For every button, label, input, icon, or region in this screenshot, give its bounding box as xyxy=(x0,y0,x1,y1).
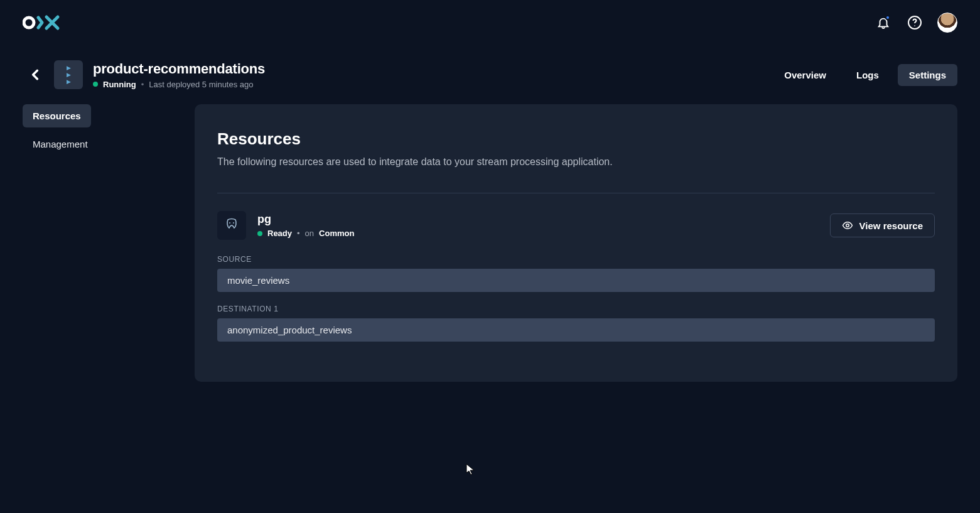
resource-env: Common xyxy=(319,229,354,238)
sidebar-item-management[interactable]: Management xyxy=(23,132,98,156)
view-resource-label: View resource xyxy=(859,220,923,231)
svg-point-3 xyxy=(229,222,230,224)
app-status: Running xyxy=(103,80,136,89)
sidebar-item-resources[interactable]: Resources xyxy=(23,104,91,127)
divider xyxy=(217,193,935,193)
tab-logs[interactable]: Logs xyxy=(845,64,890,86)
sidebar: Resources Management xyxy=(23,104,180,156)
user-avatar[interactable] xyxy=(937,13,957,33)
arrow-icon: ▶ xyxy=(67,72,71,78)
resource-status: Ready xyxy=(267,229,292,238)
resource-on-prefix: on xyxy=(305,229,314,238)
cursor-icon xyxy=(466,463,476,476)
separator: • xyxy=(297,229,300,238)
body: Resources Management Resources The follo… xyxy=(0,97,980,382)
app-icon: ▶ ▶ ▶ xyxy=(54,60,83,89)
source-input[interactable] xyxy=(217,269,935,292)
help-button[interactable] xyxy=(906,14,923,31)
app-subline: Running • Last deployed 5 minutes ago xyxy=(93,80,265,89)
topbar-actions xyxy=(875,13,957,33)
svg-point-4 xyxy=(233,222,234,224)
app-title-block: product-recommendations Running • Last d… xyxy=(93,61,265,89)
svg-point-0 xyxy=(24,18,34,28)
tab-overview[interactable]: Overview xyxy=(773,64,837,86)
resource-meta: pg Ready • on Common xyxy=(257,213,354,238)
destination-input[interactable] xyxy=(217,318,935,342)
header-tabs: Overview Logs Settings xyxy=(773,64,957,86)
back-button[interactable] xyxy=(23,60,48,89)
resource-subline: Ready • on Common xyxy=(257,229,354,238)
page-title: product-recommendations xyxy=(93,61,265,77)
resource-left: pg Ready • on Common xyxy=(217,211,354,240)
separator: • xyxy=(141,80,144,89)
destination-label: DESTINATION 1 xyxy=(217,305,935,313)
page-header: ▶ ▶ ▶ product-recommendations Running • … xyxy=(0,45,980,97)
deployed-text: Last deployed 5 minutes ago xyxy=(149,80,253,89)
tab-settings[interactable]: Settings xyxy=(898,64,957,86)
status-dot-icon xyxy=(93,82,98,87)
eye-icon xyxy=(842,220,853,231)
resources-panel: Resources The following resources are us… xyxy=(195,104,957,382)
top-bar xyxy=(0,0,980,45)
postgres-icon xyxy=(217,211,246,240)
source-label: SOURCE xyxy=(217,255,935,264)
notifications-button[interactable] xyxy=(875,14,892,31)
svg-point-2 xyxy=(914,25,915,26)
panel-title: Resources xyxy=(217,129,935,149)
svg-point-5 xyxy=(846,224,849,227)
resource-header: pg Ready • on Common View resource xyxy=(217,211,935,240)
status-dot-icon xyxy=(257,231,262,236)
chevron-left-icon xyxy=(31,69,40,80)
help-icon xyxy=(907,15,922,30)
view-resource-button[interactable]: View resource xyxy=(830,213,935,237)
arrow-icon: ▶ xyxy=(67,79,71,85)
brand-logo[interactable] xyxy=(23,14,62,31)
logo-icon xyxy=(23,14,62,31)
panel-subtitle: The following resources are used to inte… xyxy=(217,156,935,168)
arrow-icon: ▶ xyxy=(67,65,71,71)
notification-dot-icon xyxy=(885,15,890,20)
resource-name: pg xyxy=(257,213,354,226)
